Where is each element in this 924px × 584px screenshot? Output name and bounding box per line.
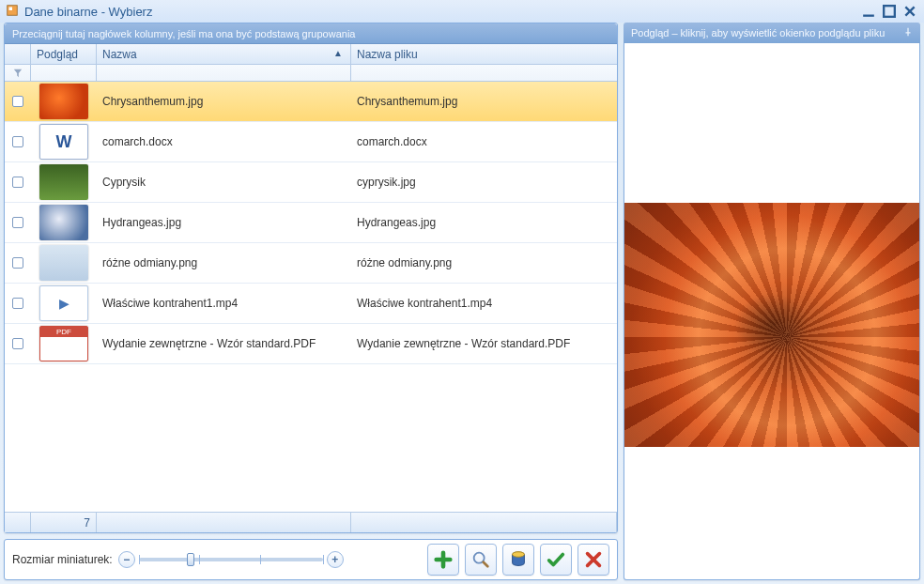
add-button[interactable] (427, 544, 459, 576)
search-button[interactable] (465, 544, 497, 576)
bottom-toolbar: Rozmiar miniaturek: − + (4, 539, 618, 580)
row-file: Hydrangeas.jpg (351, 214, 617, 231)
table-row[interactable]: Cyprysikcyprysik.jpg (5, 162, 617, 203)
col-header-name[interactable]: Nazwa ▲ (97, 44, 351, 64)
footer-count: 7 (31, 513, 97, 532)
filter-name[interactable] (97, 65, 351, 81)
row-name: Cyprysik (97, 174, 351, 191)
zoom-out-button[interactable]: − (118, 551, 135, 568)
grid-footer: 7 (5, 512, 617, 532)
preview-header-label: Podgląd – kliknij, aby wyświetlić okienk… (631, 27, 885, 38)
slider-track[interactable] (139, 558, 323, 561)
col-header-file[interactable]: Nazwa pliku (351, 44, 617, 64)
col-header-checkbox[interactable] (5, 44, 31, 64)
filter-funnel-icon[interactable] (5, 65, 31, 81)
row-checkbox[interactable] (5, 336, 31, 351)
pin-icon[interactable] (903, 27, 913, 38)
titlebar: Dane binarne - Wybierz (0, 0, 924, 23)
row-file: comarch.docx (351, 133, 617, 150)
filter-thumb[interactable] (31, 65, 97, 81)
row-name: Chrysanthemum.jpg (97, 93, 351, 110)
row-checkbox[interactable] (5, 255, 31, 270)
slider-thumb[interactable] (187, 553, 194, 566)
row-checkbox[interactable] (5, 94, 31, 109)
row-file: Chrysanthemum.jpg (351, 93, 617, 110)
footer-name (97, 513, 351, 532)
confirm-button[interactable] (540, 544, 572, 576)
app-icon (6, 4, 19, 20)
preview-spacer (624, 43, 919, 203)
preview-image (624, 203, 919, 447)
col-header-name-label: Nazwa (102, 48, 137, 61)
close-button[interactable] (901, 4, 918, 19)
row-thumbnail (31, 284, 97, 323)
maximize-button[interactable] (881, 4, 898, 19)
sort-asc-icon: ▲ (333, 48, 343, 58)
footer-sel (5, 513, 31, 532)
preview-body (624, 43, 920, 580)
grid-header: Podgląd Nazwa ▲ Nazwa pliku (5, 44, 617, 65)
database-button[interactable] (502, 544, 534, 576)
row-checkbox[interactable] (5, 296, 31, 311)
svg-rect-2 (863, 15, 874, 17)
cancel-button[interactable] (578, 544, 609, 576)
row-file: różne odmiany.png (351, 254, 617, 271)
row-checkbox[interactable] (5, 134, 31, 149)
table-row[interactable]: Właściwe kontrahent1.mp4Właściwe kontrah… (5, 284, 617, 324)
row-thumbnail (31, 203, 97, 242)
table-row[interactable]: Wydanie zewnętrzne - Wzór standard.PDFWy… (5, 324, 617, 364)
grid-panel: Przeciągnij tutaj nagłówek kolumny, jeśl… (4, 23, 618, 533)
row-file: cyprysik.jpg (351, 174, 617, 191)
row-name: Hydrangeas.jpg (97, 214, 351, 231)
footer-file (351, 513, 617, 532)
row-thumbnail (31, 162, 97, 202)
table-row[interactable]: różne odmiany.pngróżne odmiany.png (5, 243, 617, 284)
group-by-bar[interactable]: Przeciągnij tutaj nagłówek kolumny, jeśl… (5, 23, 617, 44)
zoom-in-button[interactable]: + (327, 551, 344, 568)
thumbnail-size-label: Rozmiar miniaturek: (12, 553, 113, 566)
svg-point-6 (513, 552, 525, 558)
svg-rect-1 (9, 7, 13, 10)
grid-rows: Chrysanthemum.jpgChrysanthemum.jpgcomarc… (5, 82, 617, 512)
row-thumbnail (31, 324, 97, 363)
svg-rect-3 (884, 6, 895, 17)
col-header-thumb[interactable]: Podgląd (31, 44, 97, 64)
table-row[interactable]: comarch.docxcomarch.docx (5, 122, 617, 162)
thumbnail-size-slider[interactable]: − + (118, 551, 344, 568)
row-name: comarch.docx (97, 133, 351, 150)
row-thumbnail (31, 122, 97, 161)
window-title: Dane binarne - Wybierz (24, 5, 856, 19)
row-name: różne odmiany.png (97, 254, 351, 271)
row-file: Właściwe kontrahent1.mp4 (351, 295, 617, 312)
row-thumbnail (31, 243, 97, 283)
table-row[interactable]: Chrysanthemum.jpgChrysanthemum.jpg (5, 82, 617, 122)
row-file: Wydanie zewnętrzne - Wzór standard.PDF (351, 335, 617, 352)
minimize-button[interactable] (860, 4, 877, 19)
row-checkbox[interactable] (5, 215, 31, 230)
table-row[interactable]: Hydrangeas.jpgHydrangeas.jpg (5, 203, 617, 243)
row-name: Wydanie zewnętrzne - Wzór standard.PDF (97, 335, 351, 352)
filter-file[interactable] (351, 65, 617, 81)
row-thumbnail (31, 82, 97, 121)
row-name: Właściwe kontrahent1.mp4 (97, 295, 351, 312)
filter-row (5, 65, 617, 82)
row-checkbox[interactable] (5, 175, 31, 190)
preview-header[interactable]: Podgląd – kliknij, aby wyświetlić okienk… (624, 23, 920, 43)
